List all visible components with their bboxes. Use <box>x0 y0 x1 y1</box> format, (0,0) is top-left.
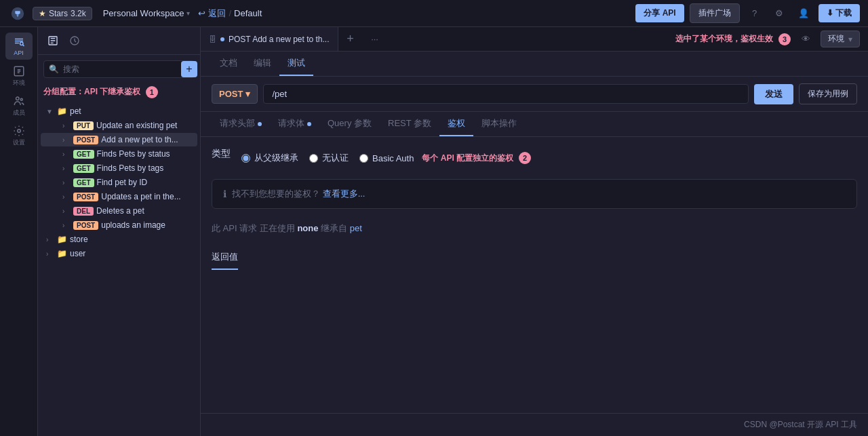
tree-folder-store[interactable]: › 📁 store <box>41 233 197 246</box>
tab-auth[interactable]: 鉴权 <box>439 112 473 136</box>
tab-label: POST Add a new pet to th... <box>229 35 330 44</box>
method-badge-get: GET <box>73 150 94 159</box>
sidebar-api-label: API <box>14 49 24 56</box>
sidebar-item-api[interactable]: API <box>5 33 33 60</box>
request-bar: POST ▾ 发送 保存为用例 <box>201 77 868 112</box>
tab-dot <box>220 37 224 41</box>
tree-item-post-upload[interactable]: › POST uploads an image <box>41 218 197 232</box>
add-button[interactable]: + <box>181 61 197 77</box>
main-layout: API 环境 成员 设置 🔍 + <box>0 27 868 436</box>
inherit-source-link[interactable]: pet <box>350 223 362 233</box>
search-input[interactable] <box>43 60 195 78</box>
annotation-2: 每个 API 配置独立的鉴权 2 <box>422 152 531 164</box>
attribution: CSDN @Postcat 开源 API 工具 <box>201 413 868 436</box>
tree-item-get-tags[interactable]: › GET Finds Pets by tags <box>41 161 197 175</box>
chevron-right-icon: › <box>46 250 54 258</box>
help-icon[interactable]: ? <box>745 4 764 23</box>
topbar-nav: ↩ 返回 / Default <box>198 7 262 20</box>
plugin-market-button[interactable]: 插件广场 <box>690 3 740 23</box>
tree-item-post-update[interactable]: › POST Updates a pet in the... <box>41 190 197 203</box>
back-button[interactable]: ↩ 返回 <box>198 7 226 20</box>
topbar-right: 分享 API 插件广场 ? ⚙ 👤 ⬇ 下载 <box>635 3 860 23</box>
tab-body[interactable]: 请求体 <box>270 112 319 136</box>
share-api-button[interactable]: 分享 API <box>635 4 684 22</box>
workspace-name: Personal Workspace <box>103 8 184 18</box>
active-tab[interactable]: 🗄 POST Add a new pet to th... <box>201 27 338 51</box>
auth-type-title: 类型 <box>212 148 231 160</box>
workspace-selector[interactable]: Personal Workspace ▾ <box>103 8 191 18</box>
method-selector[interactable]: POST ▾ <box>212 84 258 104</box>
badge-1: 1 <box>146 86 158 98</box>
info-text: 找不到您想要的鉴权？ 查看更多... <box>232 188 365 200</box>
doc-tabs: 文档 编辑 测试 <box>201 52 868 77</box>
request-sub-tabs: 请求头部 请求体 Query 参数 REST 参数 鉴权 脚本操作 <box>201 112 868 137</box>
tree-folder-user[interactable]: › 📁 user <box>41 247 197 260</box>
download-button[interactable]: ⬇ 下载 <box>818 4 860 22</box>
radio-inherit-input[interactable] <box>241 154 250 163</box>
env-label: 环境 <box>828 33 844 45</box>
sidebar-item-settings[interactable]: 设置 <box>5 122 33 149</box>
stars-label: Stars <box>49 9 68 18</box>
sidebar-history-tab[interactable] <box>65 31 84 50</box>
method-chevron-icon: ▾ <box>245 89 250 99</box>
eye-icon[interactable]: 👁 <box>796 30 815 49</box>
auth-section: 类型 从父级继承 无认证 Basic Auth <box>212 148 857 235</box>
star-icon: ★ <box>39 9 46 18</box>
workspace-chevron-icon: ▾ <box>186 9 190 17</box>
stars-badge[interactable]: ★ Stars 3.2k <box>33 7 92 20</box>
tree-item-get-status[interactable]: › GET Finds Pets by status <box>41 147 197 161</box>
tree-folder-pet[interactable]: ▼ 📁 pet <box>41 104 197 118</box>
tab-edit[interactable]: 编辑 <box>245 52 279 76</box>
env-selector[interactable]: 环境 ▾ <box>821 31 860 47</box>
save-as-case-button[interactable]: 保存为用例 <box>799 83 857 104</box>
icon-sidebar: API 环境 成员 设置 <box>0 27 38 436</box>
app-logo <box>8 4 27 23</box>
folder-name: store <box>70 235 192 244</box>
stars-count: 3.2k <box>71 9 86 18</box>
inherit-note: 此 API 请求 正在使用 none 继承自 pet <box>212 222 857 235</box>
tab-script[interactable]: 脚本操作 <box>473 112 525 136</box>
main-content: 🗄 POST Add a new pet to th... + ··· 选中了某… <box>201 27 868 436</box>
headers-dot <box>258 122 262 126</box>
tab-test[interactable]: 测试 <box>279 52 313 76</box>
radio-inherit[interactable]: 从父级继承 <box>241 152 298 164</box>
tree-item-del-pet[interactable]: › DEL Deletes a pet <box>41 204 197 218</box>
info-link[interactable]: 查看更多... <box>323 189 366 199</box>
tab-headers[interactable]: 请求头部 <box>212 112 270 136</box>
url-input[interactable] <box>263 84 749 104</box>
tree-item-label: uploads an image <box>101 220 192 230</box>
tab-query[interactable]: Query 参数 <box>319 112 380 136</box>
settings-icon[interactable]: ⚙ <box>770 4 789 23</box>
tree-item-label: Finds Pets by status <box>97 149 192 159</box>
content-body: 类型 从父级继承 无认证 Basic Auth <box>201 137 868 413</box>
search-container: 🔍 + <box>43 60 195 78</box>
sidebar-item-member[interactable]: 成员 <box>5 92 33 119</box>
tab-doc[interactable]: 文档 <box>212 52 245 76</box>
tree-item-post-pet[interactable]: › POST Add a new pet to th... <box>41 133 197 146</box>
tree-item-get-id[interactable]: › GET Find pet by ID <box>41 176 197 189</box>
body-dot <box>307 122 311 126</box>
send-button[interactable]: 发送 <box>754 84 793 104</box>
folder-name: user <box>70 249 192 258</box>
tree-item-label: Updates a pet in the... <box>101 192 192 201</box>
svg-point-3 <box>16 97 19 100</box>
radio-basic[interactable]: Basic Auth <box>359 153 414 163</box>
file-sidebar-tabs <box>38 27 200 55</box>
folder-icon: 📁 <box>57 106 67 116</box>
info-box: ℹ 找不到您想要的鉴权？ 查看更多... <box>212 179 857 209</box>
radio-basic-input[interactable] <box>359 154 368 163</box>
chevron-down-icon: ▼ <box>46 108 54 115</box>
tab-more-button[interactable]: ··· <box>363 27 387 51</box>
radio-none-input[interactable] <box>309 154 318 163</box>
sidebar-env-label: 环境 <box>13 79 25 87</box>
tree-item-label: Find pet by ID <box>97 178 192 187</box>
tab-add-button[interactable]: + <box>338 27 363 51</box>
user-icon[interactable]: 👤 <box>794 4 813 23</box>
sidebar-item-env[interactable]: 环境 <box>5 62 33 90</box>
nav-default: Default <box>234 8 262 18</box>
radio-none[interactable]: 无认证 <box>309 152 349 164</box>
tab-rest[interactable]: REST 参数 <box>380 112 439 136</box>
folder-name: pet <box>70 106 192 116</box>
sidebar-list-tab[interactable] <box>43 31 62 50</box>
tree-item-put-pet[interactable]: › PUT Update an existing pet <box>41 119 197 132</box>
